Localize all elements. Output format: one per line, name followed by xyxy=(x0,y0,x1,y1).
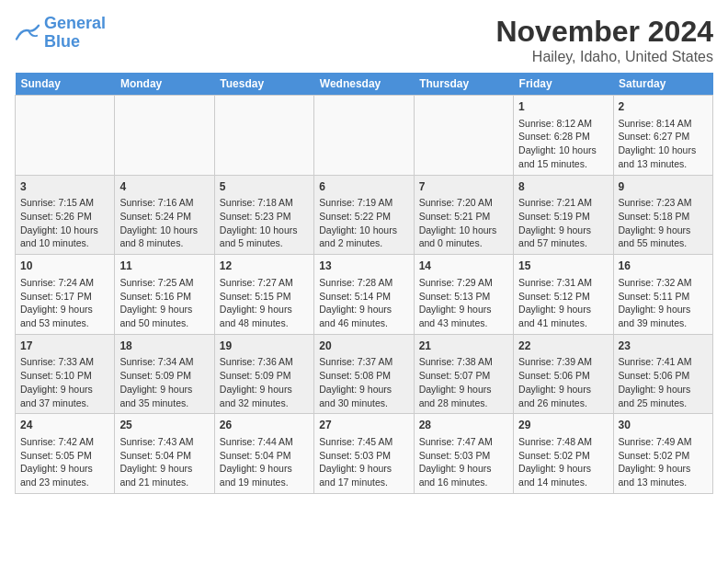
calendar-cell: 14Sunrise: 7:29 AM Sunset: 5:13 PM Dayli… xyxy=(414,255,513,335)
day-number: 21 xyxy=(419,339,508,354)
column-header-sunday: Sunday xyxy=(16,73,115,96)
calendar-cell: 10Sunrise: 7:24 AM Sunset: 5:17 PM Dayli… xyxy=(16,255,115,335)
day-number: 11 xyxy=(119,259,209,274)
day-number: 17 xyxy=(20,339,109,354)
day-info: Sunrise: 7:25 AM Sunset: 5:16 PM Dayligh… xyxy=(119,276,209,330)
day-info: Sunrise: 7:38 AM Sunset: 5:07 PM Dayligh… xyxy=(419,355,508,409)
day-number: 5 xyxy=(220,179,309,195)
day-info: Sunrise: 7:42 AM Sunset: 5:05 PM Dayligh… xyxy=(20,435,109,489)
day-number: 26 xyxy=(220,418,309,433)
day-info: Sunrise: 7:41 AM Sunset: 5:06 PM Dayligh… xyxy=(619,355,708,409)
calendar-cell: 4Sunrise: 7:16 AM Sunset: 5:24 PM Daylig… xyxy=(115,175,214,255)
page-title: November 2024 xyxy=(495,15,713,49)
day-info: Sunrise: 7:44 AM Sunset: 5:04 PM Dayligh… xyxy=(220,435,309,489)
day-info: Sunrise: 7:49 AM Sunset: 5:02 PM Dayligh… xyxy=(619,435,708,489)
day-number: 16 xyxy=(619,259,708,274)
day-info: Sunrise: 7:24 AM Sunset: 5:17 PM Dayligh… xyxy=(20,276,109,330)
calendar-header-row: SundayMondayTuesdayWednesdayThursdayFrid… xyxy=(16,73,713,96)
calendar-week-row: 24Sunrise: 7:42 AM Sunset: 5:05 PM Dayli… xyxy=(16,414,713,494)
calendar-cell: 15Sunrise: 7:31 AM Sunset: 5:12 PM Dayli… xyxy=(514,255,613,335)
calendar-week-row: 17Sunrise: 7:33 AM Sunset: 5:10 PM Dayli… xyxy=(16,334,713,414)
calendar-cell: 11Sunrise: 7:25 AM Sunset: 5:16 PM Dayli… xyxy=(115,255,214,335)
day-number: 7 xyxy=(419,179,508,195)
day-number: 18 xyxy=(119,339,209,354)
column-header-wednesday: Wednesday xyxy=(314,73,414,96)
calendar-cell: 30Sunrise: 7:49 AM Sunset: 5:02 PM Dayli… xyxy=(613,414,712,494)
day-info: Sunrise: 7:33 AM Sunset: 5:10 PM Dayligh… xyxy=(20,355,109,409)
calendar-table: SundayMondayTuesdayWednesdayThursdayFrid… xyxy=(15,73,713,494)
calendar-week-row: 10Sunrise: 7:24 AM Sunset: 5:17 PM Dayli… xyxy=(16,255,713,335)
day-info: Sunrise: 7:37 AM Sunset: 5:08 PM Dayligh… xyxy=(319,355,408,409)
day-number: 15 xyxy=(518,259,608,274)
page-header: General Blue November 2024 Hailey, Idaho… xyxy=(15,15,713,65)
calendar-cell: 6Sunrise: 7:19 AM Sunset: 5:22 PM Daylig… xyxy=(314,175,414,255)
calendar-cell: 27Sunrise: 7:45 AM Sunset: 5:03 PM Dayli… xyxy=(314,414,414,494)
page-subtitle: Hailey, Idaho, United States xyxy=(495,49,713,65)
logo-text: General Blue xyxy=(44,15,106,52)
calendar-cell: 2Sunrise: 8:14 AM Sunset: 6:27 PM Daylig… xyxy=(613,96,712,176)
title-block: November 2024 Hailey, Idaho, United Stat… xyxy=(495,15,713,65)
calendar-cell: 25Sunrise: 7:43 AM Sunset: 5:04 PM Dayli… xyxy=(115,414,214,494)
day-number: 20 xyxy=(319,339,408,354)
day-info: Sunrise: 7:19 AM Sunset: 5:22 PM Dayligh… xyxy=(319,196,408,250)
day-number: 2 xyxy=(619,99,708,115)
day-info: Sunrise: 7:15 AM Sunset: 5:26 PM Dayligh… xyxy=(20,196,109,250)
calendar-cell xyxy=(214,96,313,176)
calendar-cell: 19Sunrise: 7:36 AM Sunset: 5:09 PM Dayli… xyxy=(214,334,313,414)
day-info: Sunrise: 7:29 AM Sunset: 5:13 PM Dayligh… xyxy=(419,276,508,330)
day-number: 19 xyxy=(220,339,309,354)
day-info: Sunrise: 7:36 AM Sunset: 5:09 PM Dayligh… xyxy=(220,355,309,409)
calendar-cell xyxy=(16,96,115,176)
day-number: 3 xyxy=(20,179,109,195)
day-number: 22 xyxy=(518,339,608,354)
calendar-cell xyxy=(414,96,513,176)
day-number: 6 xyxy=(319,179,408,195)
day-number: 24 xyxy=(20,418,109,433)
calendar-cell: 20Sunrise: 7:37 AM Sunset: 5:08 PM Dayli… xyxy=(314,334,414,414)
calendar-cell: 5Sunrise: 7:18 AM Sunset: 5:23 PM Daylig… xyxy=(214,175,313,255)
day-number: 28 xyxy=(419,418,508,433)
calendar-cell: 16Sunrise: 7:32 AM Sunset: 5:11 PM Dayli… xyxy=(613,255,712,335)
day-number: 12 xyxy=(220,259,309,274)
day-info: Sunrise: 7:45 AM Sunset: 5:03 PM Dayligh… xyxy=(319,435,408,489)
calendar-cell: 7Sunrise: 7:20 AM Sunset: 5:21 PM Daylig… xyxy=(414,175,513,255)
day-info: Sunrise: 7:34 AM Sunset: 5:09 PM Dayligh… xyxy=(119,355,209,409)
day-number: 27 xyxy=(319,418,408,433)
day-info: Sunrise: 7:48 AM Sunset: 5:02 PM Dayligh… xyxy=(518,435,608,489)
logo-bird-icon xyxy=(15,22,40,44)
calendar-cell: 3Sunrise: 7:15 AM Sunset: 5:26 PM Daylig… xyxy=(16,175,115,255)
day-info: Sunrise: 7:27 AM Sunset: 5:15 PM Dayligh… xyxy=(220,276,309,330)
day-number: 8 xyxy=(518,179,608,195)
day-info: Sunrise: 7:16 AM Sunset: 5:24 PM Dayligh… xyxy=(119,196,209,250)
day-number: 29 xyxy=(518,418,608,433)
calendar-week-row: 1Sunrise: 8:12 AM Sunset: 6:28 PM Daylig… xyxy=(16,96,713,176)
calendar-cell: 12Sunrise: 7:27 AM Sunset: 5:15 PM Dayli… xyxy=(214,255,313,335)
day-info: Sunrise: 7:18 AM Sunset: 5:23 PM Dayligh… xyxy=(220,196,309,250)
day-number: 13 xyxy=(319,259,408,274)
day-number: 23 xyxy=(619,339,708,354)
day-number: 9 xyxy=(619,179,708,195)
column-header-friday: Friday xyxy=(514,73,613,96)
calendar-cell: 17Sunrise: 7:33 AM Sunset: 5:10 PM Dayli… xyxy=(16,334,115,414)
day-info: Sunrise: 7:47 AM Sunset: 5:03 PM Dayligh… xyxy=(419,435,508,489)
calendar-week-row: 3Sunrise: 7:15 AM Sunset: 5:26 PM Daylig… xyxy=(16,175,713,255)
day-number: 4 xyxy=(119,179,209,195)
calendar-cell: 1Sunrise: 8:12 AM Sunset: 6:28 PM Daylig… xyxy=(514,96,613,176)
day-info: Sunrise: 7:31 AM Sunset: 5:12 PM Dayligh… xyxy=(518,276,608,330)
column-header-monday: Monday xyxy=(115,73,214,96)
day-number: 30 xyxy=(619,418,708,433)
calendar-cell: 24Sunrise: 7:42 AM Sunset: 5:05 PM Dayli… xyxy=(16,414,115,494)
calendar-cell: 29Sunrise: 7:48 AM Sunset: 5:02 PM Dayli… xyxy=(514,414,613,494)
day-info: Sunrise: 7:23 AM Sunset: 5:18 PM Dayligh… xyxy=(619,196,708,250)
day-number: 10 xyxy=(20,259,109,274)
logo-line1: General xyxy=(44,14,106,32)
calendar-cell: 13Sunrise: 7:28 AM Sunset: 5:14 PM Dayli… xyxy=(314,255,414,335)
column-header-tuesday: Tuesday xyxy=(214,73,313,96)
column-header-saturday: Saturday xyxy=(613,73,712,96)
column-header-thursday: Thursday xyxy=(414,73,513,96)
calendar-cell: 18Sunrise: 7:34 AM Sunset: 5:09 PM Dayli… xyxy=(115,334,214,414)
calendar-cell: 26Sunrise: 7:44 AM Sunset: 5:04 PM Dayli… xyxy=(214,414,313,494)
calendar-cell: 8Sunrise: 7:21 AM Sunset: 5:19 PM Daylig… xyxy=(514,175,613,255)
calendar-cell xyxy=(115,96,214,176)
calendar-cell: 9Sunrise: 7:23 AM Sunset: 5:18 PM Daylig… xyxy=(613,175,712,255)
